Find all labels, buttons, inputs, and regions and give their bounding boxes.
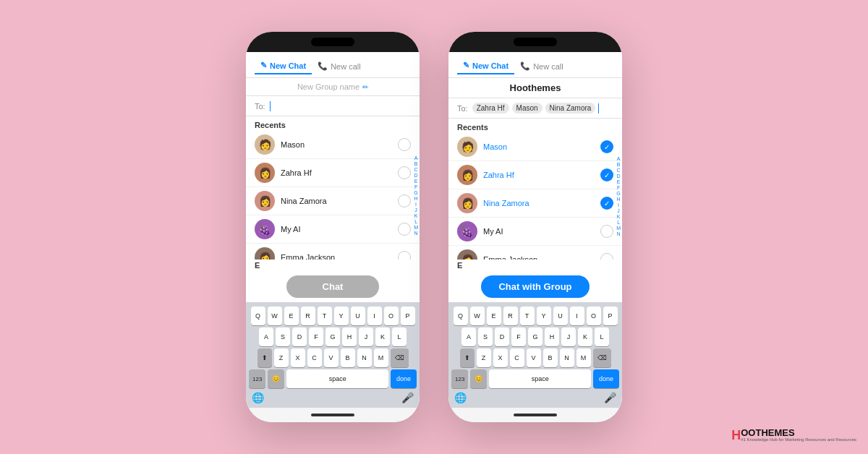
key-done-left[interactable]: done (391, 369, 417, 388)
key-u-right[interactable]: U (553, 307, 568, 325)
select-mason-right[interactable]: ✓ (600, 140, 613, 153)
key-shift-left[interactable]: ⬆ (258, 348, 272, 367)
select-mason-left[interactable] (398, 138, 411, 151)
key-n-right[interactable]: N (560, 348, 574, 367)
key-w-left[interactable]: W (268, 307, 282, 325)
tab-new-chat-left[interactable]: ✎ New Chat (255, 58, 312, 74)
key-space-right[interactable]: space (489, 369, 591, 388)
contact-nina-right[interactable]: 👩 Nina Zamora ✓ (448, 189, 622, 218)
key-h-left[interactable]: H (342, 327, 357, 346)
key-d-left[interactable]: D (292, 327, 307, 346)
key-r-right[interactable]: R (503, 307, 518, 325)
key-backspace-left[interactable]: ⌫ (391, 348, 409, 367)
key-123-left[interactable]: 123 (249, 369, 265, 388)
select-nina-left[interactable] (398, 194, 411, 207)
key-j-right[interactable]: J (561, 327, 576, 346)
key-shift-right[interactable]: ⬆ (460, 348, 475, 367)
select-myai-left[interactable] (398, 223, 411, 236)
chat-group-button-right[interactable]: Chat with Group (481, 275, 589, 298)
key-h-right[interactable]: H (545, 327, 559, 346)
key-x-right[interactable]: X (493, 348, 508, 367)
contact-mason-left[interactable]: 🧑 Mason (246, 131, 420, 159)
chip-nina[interactable]: Nina Zamora (545, 103, 596, 113)
key-x-left[interactable]: X (291, 348, 305, 367)
chip-mason[interactable]: Mason (512, 103, 542, 113)
key-q-left[interactable]: Q (251, 307, 265, 325)
chip-zahra[interactable]: Zahra Hf (472, 103, 509, 113)
key-backspace-right[interactable]: ⌫ (593, 348, 611, 367)
key-v-left[interactable]: V (324, 348, 339, 367)
key-done-right[interactable]: done (593, 369, 619, 388)
key-c-left[interactable]: C (307, 348, 322, 367)
key-u-left[interactable]: U (351, 307, 365, 325)
tab-new-chat-right[interactable]: ✎ New Chat (457, 58, 514, 74)
key-m-right[interactable]: M (576, 348, 591, 367)
to-field-left[interactable]: To: (246, 96, 420, 116)
key-n-left[interactable]: N (357, 348, 372, 367)
key-y-right[interactable]: Y (537, 307, 551, 325)
key-e-right[interactable]: E (487, 307, 501, 325)
key-b-right[interactable]: B (543, 348, 558, 367)
contact-myai-left[interactable]: 🍇 My AI (246, 215, 420, 244)
select-emma-left[interactable] (398, 251, 411, 260)
key-s-left[interactable]: S (276, 327, 290, 346)
key-g-right[interactable]: G (528, 327, 542, 346)
key-l-right[interactable]: L (595, 327, 609, 346)
key-i-right[interactable]: I (570, 307, 584, 325)
key-o-right[interactable]: O (587, 307, 601, 325)
key-w-right[interactable]: W (470, 307, 485, 325)
chat-button-left[interactable]: Chat (286, 275, 380, 298)
mic-icon-left[interactable]: 🎤 (401, 392, 414, 403)
mic-icon-right[interactable]: 🎤 (604, 392, 616, 403)
select-emma-right[interactable] (600, 253, 613, 260)
globe-icon-left[interactable]: 🌐 (252, 392, 264, 403)
contact-zahra-left[interactable]: 👩 Zahra Hf (246, 159, 420, 187)
key-i-left[interactable]: I (367, 307, 382, 325)
key-b-left[interactable]: B (341, 348, 355, 367)
contact-myai-right[interactable]: 🍇 My AI (448, 218, 622, 246)
select-zahra-left[interactable] (398, 166, 411, 179)
key-t-left[interactable]: T (318, 307, 332, 325)
key-c-right[interactable]: C (510, 348, 524, 367)
key-q-right[interactable]: Q (454, 307, 468, 325)
contact-emma-left[interactable]: 👩 Emma Jackson (246, 244, 420, 260)
key-y-left[interactable]: Y (334, 307, 349, 325)
key-g-left[interactable]: G (326, 327, 340, 346)
key-f-left[interactable]: F (309, 327, 323, 346)
tab-new-call-right[interactable]: 📞 New call (514, 58, 569, 74)
key-z-left[interactable]: Z (274, 348, 289, 367)
tab-new-call-left[interactable]: 📞 New call (312, 58, 367, 74)
contact-zahra-right[interactable]: 👩 Zahra Hf ✓ (448, 161, 622, 189)
key-v-right[interactable]: V (527, 348, 541, 367)
key-z-right[interactable]: Z (477, 348, 491, 367)
key-k-left[interactable]: K (375, 327, 390, 346)
contact-nina-left[interactable]: 👩 Nina Zamora (246, 187, 420, 215)
group-name-area-right[interactable]: Hoothemes (448, 78, 622, 98)
key-t-right[interactable]: T (520, 307, 535, 325)
select-myai-right[interactable] (600, 225, 613, 238)
contact-mason-right[interactable]: 🧑 Mason ✓ (448, 133, 622, 161)
key-k-right[interactable]: K (578, 327, 592, 346)
key-p-right[interactable]: P (603, 307, 618, 325)
key-a-right[interactable]: A (461, 327, 476, 346)
contact-emma-right[interactable]: 👩 Emma Jackson (448, 246, 622, 260)
to-field-right[interactable]: To: Zahra Hf Mason Nina Zamora (448, 98, 622, 119)
key-r-left[interactable]: R (301, 307, 315, 325)
globe-icon-right[interactable]: 🌐 (454, 392, 467, 403)
key-e-left[interactable]: E (284, 307, 299, 325)
key-m-left[interactable]: M (374, 348, 388, 367)
key-123-right[interactable]: 123 (451, 369, 468, 388)
key-s-right[interactable]: S (478, 327, 493, 346)
key-l-left[interactable]: L (392, 327, 407, 346)
key-p-left[interactable]: P (401, 307, 415, 325)
key-d-right[interactable]: D (495, 327, 509, 346)
key-o-left[interactable]: O (384, 307, 399, 325)
select-nina-right[interactable]: ✓ (600, 197, 613, 210)
select-zahra-right[interactable]: ✓ (600, 168, 613, 181)
key-j-left[interactable]: J (359, 327, 373, 346)
group-name-area-left[interactable]: New Group name ✏ (246, 78, 420, 96)
key-emoji-right[interactable]: 😊 (470, 369, 487, 388)
key-a-left[interactable]: A (259, 327, 273, 346)
key-emoji-left[interactable]: 😊 (268, 369, 284, 388)
key-space-left[interactable]: space (286, 369, 388, 388)
